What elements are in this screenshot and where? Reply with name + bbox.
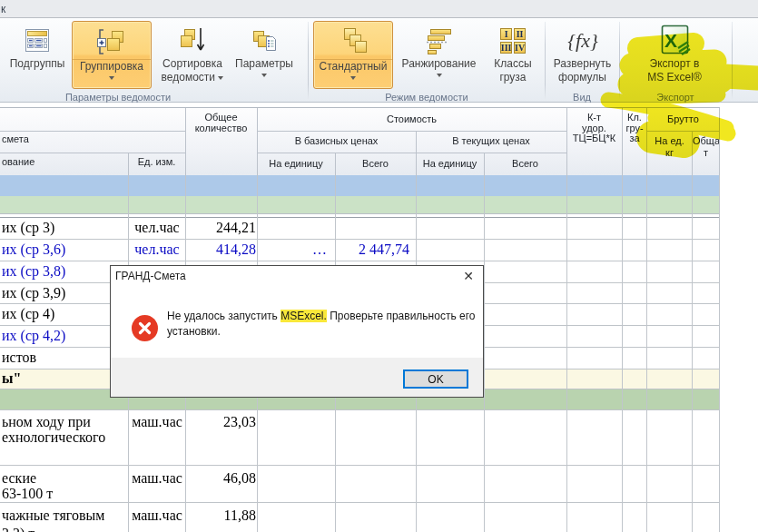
tab-label-stub[interactable]: к	[1, 3, 5, 15]
tab-strip: к	[0, 0, 758, 18]
dropdown-arrow-icon	[232, 71, 296, 80]
header-per-unit-current[interactable]: На единицу	[417, 159, 483, 170]
row-name-multiline: еские 63-100 т	[2, 470, 53, 501]
dialog-title: ГРАНД-Смета	[115, 270, 186, 282]
close-icon[interactable]: ✕	[458, 266, 478, 286]
sort-arrow-icon	[177, 25, 208, 57]
header-smeta[interactable]: смета	[2, 134, 29, 145]
section-row-green[interactable]	[0, 196, 720, 213]
header-cargo-class[interactable]: Кл.гру-за	[623, 113, 646, 144]
header-name[interactable]: ование	[2, 157, 34, 168]
ribbon-group-label-sheet-mode: Режим ведомости	[385, 92, 468, 103]
highlighted-msexcel: MSExcel.	[281, 310, 327, 322]
ribbon-group-separator	[545, 22, 546, 100]
dropdown-arrow-icon	[73, 74, 151, 83]
ribbon-button-label: Группировка	[80, 60, 143, 74]
header-base-prices[interactable]: В базисных ценах	[258, 136, 415, 147]
header-current-prices[interactable]: В текущих ценах	[417, 136, 566, 147]
section-row-blue[interactable]	[0, 175, 720, 196]
ribbon-button-label: Сортировка	[162, 57, 222, 71]
header-per-unit-base[interactable]: На единицу	[258, 159, 334, 170]
ribbon-button-label-line2: ведомости	[162, 71, 224, 84]
svg-text:III: III	[501, 43, 512, 53]
dropdown-arrow-icon	[314, 74, 392, 83]
header-unit[interactable]: Ед. изм.	[129, 157, 184, 168]
row-name-multiline: чажные тяговым 3,2) т	[2, 507, 104, 532]
header-total-base[interactable]: Всего	[336, 159, 415, 170]
parameters-doc-icon	[250, 25, 279, 57]
ribbon-button-label-line2: груза	[499, 71, 526, 84]
ribbon-button-parameters[interactable]: Параметры	[232, 21, 296, 87]
header-cost[interactable]: Стоимость	[258, 114, 566, 125]
table-header: смета ование Ед. изм. Общееколичество Ст…	[0, 107, 720, 176]
ribbon-button-sorting[interactable]: Сортировка ведомости	[156, 21, 229, 87]
ribbon-group-label-export: Экспорт	[656, 92, 694, 103]
row-name-multiline: ьном ходу при ехнологического	[2, 414, 105, 445]
svg-text:X: X	[664, 30, 677, 51]
ribbon-group-label-sheet-params: Параметры ведомости	[65, 92, 171, 103]
ribbon-button-label: Параметры	[235, 57, 293, 71]
ribbon-button-export-excel[interactable]: X Экспорт в MS Excel®	[623, 21, 726, 87]
header-brutto-total[interactable]: Общаят	[693, 135, 719, 159]
ribbon-group-separator	[308, 22, 309, 100]
subgroups-form-icon	[23, 25, 52, 57]
ribbon-button-label: Стандартный	[320, 60, 388, 74]
dropdown-arrow-icon	[218, 76, 223, 80]
ribbon: Подгруппы Группировка	[0, 18, 758, 103]
ok-button[interactable]: OK	[403, 369, 468, 389]
ranking-bars-icon	[424, 25, 455, 57]
svg-text:I: I	[505, 29, 508, 39]
dialog-footer: OK	[111, 358, 483, 397]
ribbon-button-grouping[interactable]: Группировка	[72, 21, 152, 89]
header-total-current[interactable]: Всего	[485, 159, 566, 170]
svg-text:{fx}: {fx}	[567, 29, 598, 52]
dialog-message: Не удалось запустить MSExcel. Проверьте …	[167, 309, 480, 340]
ribbon-group-separator	[732, 22, 733, 100]
excel-icon: X	[657, 25, 692, 57]
ribbon-button-label: Классы	[494, 57, 531, 71]
fx-formula-icon: {fx}	[563, 25, 603, 57]
ribbon-button-label: Развернуть	[554, 57, 612, 71]
ribbon-group-label-view: Вид	[573, 92, 591, 103]
ribbon-button-ranking[interactable]: Ранжирование	[397, 21, 481, 87]
header-brutto[interactable]: Брутто	[647, 114, 719, 125]
error-icon	[132, 315, 158, 341]
header-brutto-per-unit[interactable]: На ед.кг	[647, 135, 692, 159]
ribbon-button-label: Подгруппы	[10, 57, 65, 71]
ribbon-button-subgroups[interactable]: Подгруппы	[7, 21, 67, 87]
svg-text:II: II	[517, 29, 524, 39]
grouping-squares-icon	[73, 25, 151, 60]
ribbon-button-expand-formulas[interactable]: {fx} Развернуть формулы	[546, 21, 618, 87]
cascade-squares-icon	[314, 25, 392, 60]
ribbon-button-label-line2: MS Excel®	[647, 71, 702, 84]
ribbon-group-separator	[619, 22, 620, 100]
ribbon-button-label: Ранжирование	[402, 57, 477, 71]
ribbon-button-cargo-classes[interactable]: III IIIIV Классы груза	[484, 21, 542, 87]
header-total-qty[interactable]: Общееколичество	[186, 113, 256, 133]
ribbon-button-standard[interactable]: Стандартный	[313, 21, 393, 89]
header-kt-udor[interactable]: К-тудор.ТЦ=БЦ*К	[567, 113, 621, 144]
dropdown-arrow-icon	[397, 71, 481, 80]
svg-text:IV: IV	[515, 43, 526, 53]
ribbon-button-label-line2: формулы	[558, 71, 606, 84]
ribbon-button-label: Экспорт в	[650, 57, 700, 71]
error-dialog: ГРАНД-Смета ✕ Не удалось запустить MSExc…	[110, 265, 484, 398]
cargo-classes-icon: III IIIIV	[498, 25, 527, 57]
